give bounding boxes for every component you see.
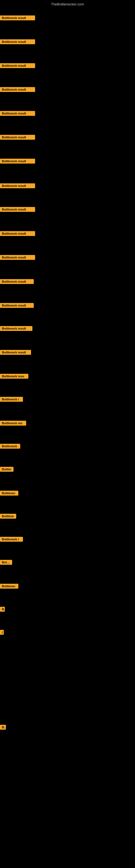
bottleneck-badge-25: Bottlenec [0, 584, 18, 589]
bottleneck-badge-19: Bottleneck [0, 444, 20, 448]
bottleneck-badge-6: Bottleneck result [0, 135, 35, 140]
bottleneck-badge-1: Bottleneck result [0, 16, 35, 20]
bottleneck-badge-13: Bottleneck result [0, 303, 34, 308]
bottleneck-badge-3: Bottleneck result [0, 63, 35, 68]
site-title: TheBottlenecker.com [0, 2, 135, 6]
bottleneck-badge-21: Bottlenec [0, 491, 18, 496]
bottleneck-badge-8: Bottleneck result [0, 183, 35, 188]
bottleneck-badge-4: Bottleneck result [0, 87, 35, 92]
bottleneck-badge-10: Bottleneck result [0, 231, 35, 236]
bottleneck-badge-23: Bottleneck r [0, 537, 23, 542]
bottleneck-badge-27: | [0, 630, 4, 635]
bottleneck-badge-12: Bottleneck result [0, 279, 34, 284]
bottleneck-badge-26: B [0, 607, 5, 612]
bottleneck-badge-28: Bo [0, 725, 6, 730]
bottleneck-badge-22: Bottlene [0, 514, 16, 519]
bottleneck-badge-7: Bottleneck result [0, 159, 35, 163]
bottleneck-badge-15: Bottleneck result [0, 350, 31, 355]
bottleneck-badge-2: Bottleneck result [0, 39, 35, 44]
bottleneck-badge-17: Bottleneck r [0, 397, 23, 402]
bottleneck-badge-16: Bottleneck resu [0, 374, 28, 379]
bottleneck-badge-14: Bottleneck result [0, 326, 32, 331]
bottleneck-badge-18: Bottleneck res [0, 421, 26, 426]
bottleneck-badge-11: Bottleneck result [0, 255, 35, 260]
bottleneck-badge-24: Bottle [0, 560, 12, 565]
bottleneck-badge-5: Bottleneck result [0, 111, 35, 116]
bottleneck-badge-20: Bottler [0, 467, 13, 472]
bottleneck-badge-9: Bottleneck result [0, 207, 35, 212]
